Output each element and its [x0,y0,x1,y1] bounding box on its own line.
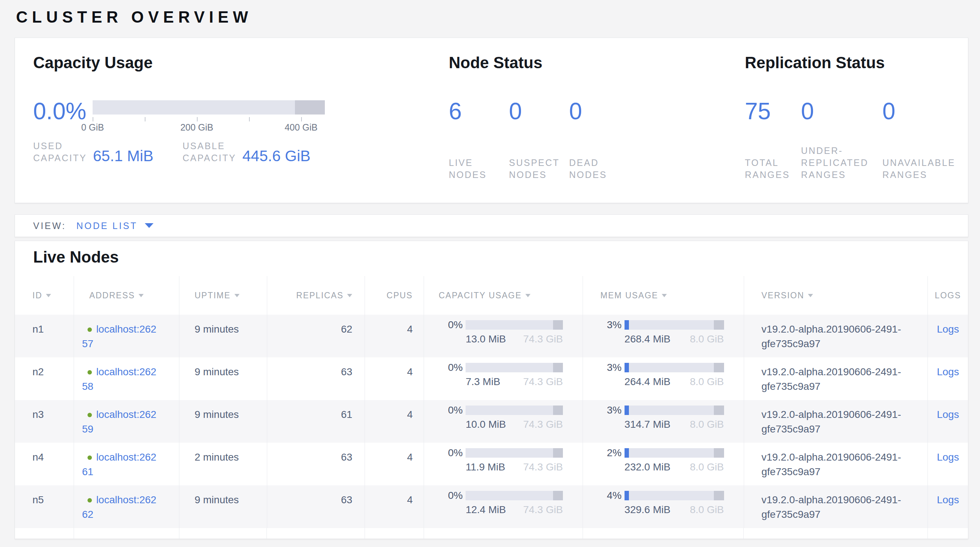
usage-total-value: 8.0 GiB [690,461,724,473]
column-header-label: MEM USAGE [600,291,659,301]
usage-bar [625,405,724,415]
usage-bar-endcap [553,320,563,330]
column-header-label: ADDRESS [89,291,135,301]
logs-link[interactable]: Logs [937,409,959,420]
node-address-link[interactable]: localhost:26259 [82,409,156,435]
column-header-capacity-usage[interactable]: CAPACITY USAGE [424,276,582,315]
table-body: n1localhost:262579 minutes6240%13.0 MiB7… [15,315,968,528]
table-row: n2localhost:262589 minutes6340%7.3 MiB74… [15,357,968,400]
column-header-uptime[interactable]: UPTIME [179,276,267,315]
cell-mem-usage: 3%264.4 MiB8.0 GiB [582,357,744,400]
usage-bar-endcap [714,491,724,500]
table-row: n1localhost:262579 minutes6240%13.0 MiB7… [15,315,968,357]
usage-percent: 0% [441,490,463,501]
axis-tick-label: 200 GiB [180,122,213,133]
replication-stat-label: TOTAL RANGES [745,157,792,181]
cell-logs: Logs [928,357,968,400]
capacity-percent-value: 0.0% [33,99,92,123]
usage-percent: 3% [600,405,622,415]
table-row: n3localhost:262599 minutes6140%10.0 MiB7… [15,400,968,443]
cell-address: localhost:26259 [74,400,179,443]
cell-logs: Logs [928,443,968,485]
table-row: n4localhost:262612 minutes6340%11.9 MiB7… [15,443,968,485]
node-address-link[interactable]: localhost:26262 [82,494,156,520]
column-header-replicas[interactable]: REPLICAS [267,276,365,315]
logs-link[interactable]: Logs [937,366,959,377]
usage-percent: 2% [600,448,622,458]
usage-percent: 0% [441,405,463,415]
usage-bar-fill [625,363,629,372]
usage-percent: 0% [441,363,463,373]
table-header-row: IDADDRESSUPTIMEREPLICASCPUSCAPACITY USAG… [15,276,968,315]
logs-link[interactable]: Logs [937,452,959,463]
logs-link[interactable]: Logs [937,323,959,335]
capacity-usage-chart: 0.0% 0 GiB200 GiB400 GiB [33,99,438,130]
cell-mem-usage: 4%329.6 MiB8.0 GiB [582,485,744,528]
usage-total-value: 74.3 GiB [523,418,563,431]
usage-used-value: 232.0 MiB [625,461,670,473]
version-text: v19.2.0-alpha.20190606-2491-gfe735c9a97 [762,407,917,437]
cell-uptime: 9 minutes [179,485,267,528]
usage-percent: 0% [441,448,463,458]
replication-stat-label: UNDER-REPLICATED RANGES [801,145,880,181]
usage-bar [625,448,724,458]
column-header-version[interactable]: VERSION [744,276,928,315]
column-header-id[interactable]: ID [15,276,74,315]
cell-address: localhost:26262 [74,485,179,528]
cell-cpus: 4 [364,485,424,528]
node-address-link[interactable]: localhost:26258 [82,366,156,392]
column-header-label: UPTIME [195,291,231,301]
cell-cpus: 4 [364,400,424,443]
cell-cpus: 4 [364,357,424,400]
cell-node-id: n2 [15,357,74,400]
usage-percent: 3% [600,363,622,373]
column-header-address[interactable]: ADDRESS [74,276,179,315]
node-address-link[interactable]: localhost:26257 [82,323,156,349]
version-text: v19.2.0-alpha.20190606-2491-gfe735c9a97 [762,493,917,522]
usage-percent: 3% [600,320,622,330]
usage-used-value: 268.4 MiB [625,333,670,345]
logs-link[interactable]: Logs [937,494,959,506]
usage-used-value: 13.0 MiB [466,333,506,345]
usage-bar-endcap [714,448,724,458]
cell-replicas: 61 [267,400,365,443]
table-cell-empty [424,528,582,539]
cell-replicas: 62 [267,315,365,357]
table-cell-empty [928,528,968,539]
live-nodes-card: Live Nodes IDADDRESSUPTIMEREPLICASCPUSCA… [14,241,968,539]
cell-logs: Logs [928,315,968,357]
usage-total-value: 8.0 GiB [690,375,724,388]
cell-mem-usage: 2%232.0 MiB8.0 GiB [582,443,744,485]
usage-total-value: 74.3 GiB [523,333,563,345]
usable-capacity-label: USABLE CAPACITY [183,140,237,164]
usage-total-value: 8.0 GiB [690,418,724,431]
cell-node-id: n3 [15,400,74,443]
usage-total-value: 74.3 GiB [523,504,563,516]
cell-cpus: 4 [364,443,424,485]
axis-tick [301,117,302,121]
cell-node-id: n4 [15,443,74,485]
capacity-usage-title: Capacity Usage [33,54,438,72]
cell-uptime: 2 minutes [179,443,267,485]
usage-bar [625,320,724,330]
used-capacity-value: 65.1 MiB [93,148,153,164]
usage-bar [466,448,563,458]
cell-replicas: 63 [267,485,365,528]
table-cell-empty [582,528,744,539]
usage-used-value: 12.4 MiB [466,504,506,516]
node-status-stats: 6LIVE NODES0SUSPECT NODES0DEAD NODES [449,99,682,181]
node-status-stat-label: LIVE NODES [449,157,496,181]
usage-bar [466,320,563,330]
axis-tick [197,117,197,121]
live-nodes-title: Live Nodes [33,248,968,266]
table-cell-empty [267,528,364,539]
usage-bar [625,363,724,372]
usable-capacity-value: 445.6 GiB [242,148,310,164]
node-status-section: Node Status 6LIVE NODES0SUSPECT NODES0DE… [449,54,682,181]
column-header-mem-usage[interactable]: MEM USAGE [582,276,744,315]
cell-address: localhost:26257 [74,315,179,357]
view-dropdown[interactable]: NODE LIST [76,221,153,231]
node-address-link[interactable]: localhost:26261 [82,452,156,477]
usage-bar [466,491,563,500]
capacity-details: USED CAPACITY 65.1 MiB USABLE CAPACITY 4… [33,140,438,164]
